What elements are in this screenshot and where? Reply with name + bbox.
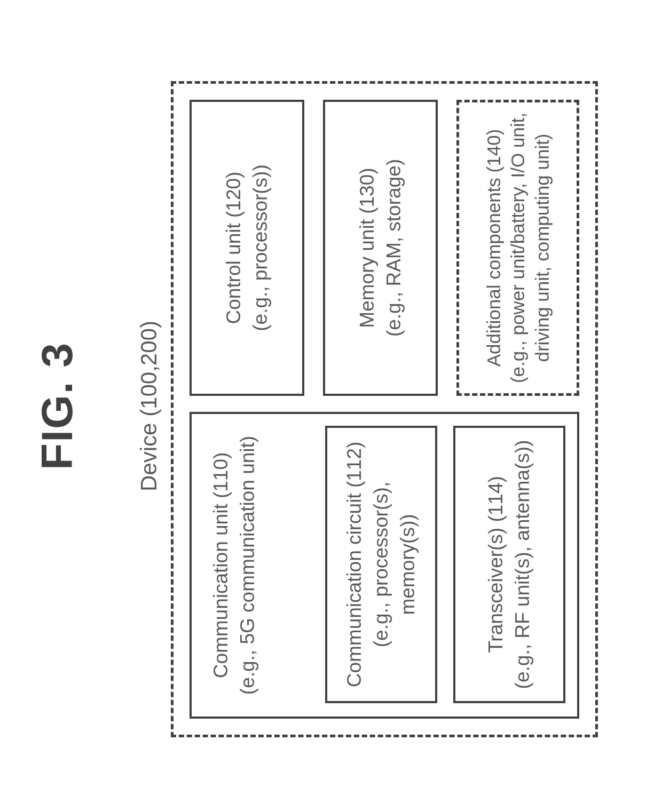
transceiver-box: Transceiver(s) (114) (e.g., RF unit(s), … <box>453 426 565 703</box>
diagram-canvas: FIG. 3 Device (100,200) Communication un… <box>0 0 662 812</box>
device-label: Device (100,200) <box>136 0 162 812</box>
comm-circuit-line1: Communication circuit (112) <box>343 442 365 688</box>
communication-circuit-box: Communication circuit (112) (e.g., proce… <box>325 426 437 703</box>
communication-unit-label: Communication unit (110) (e.g., 5G commu… <box>208 414 261 717</box>
transceiver-label: Transceiver(s) (114) (e.g., RF unit(s), … <box>483 440 536 689</box>
additional-line3: driving unit, computing unit) <box>532 134 553 362</box>
comm-unit-line1: Communication unit (110) <box>210 452 232 679</box>
control-unit-line2: (e.g., processor(s)) <box>249 164 271 331</box>
communication-unit-box: Communication unit (110) (e.g., 5G commu… <box>190 412 579 719</box>
memory-unit-label: Memory unit (130) (e.g., RAM, storage) <box>354 159 407 337</box>
additional-components-box: Additional components (140) (e.g., power… <box>456 100 579 396</box>
comm-circuit-line2: (e.g., processor(s), memory(s)) <box>370 482 419 647</box>
control-unit-label: Control unit (120) (e.g., processor(s)) <box>220 164 274 331</box>
control-unit-box: Control unit (120) (e.g., processor(s)) <box>190 100 304 396</box>
memory-unit-line2: (e.g., RAM, storage) <box>383 159 405 337</box>
comm-unit-line2: (e.g., 5G communication unit) <box>237 436 258 695</box>
communication-circuit-label: Communication circuit (112) (e.g., proce… <box>341 433 421 696</box>
memory-unit-box: Memory unit (130) (e.g., RAM, storage) <box>323 100 438 396</box>
additional-line1: Additional components (140) <box>483 129 504 367</box>
transceiver-line2: (e.g., RF unit(s), antenna(s)) <box>511 440 533 689</box>
figure-title: FIG. 3 <box>32 0 82 812</box>
device-box: Communication unit (110) (e.g., 5G commu… <box>171 81 598 737</box>
control-unit-line1: Control unit (120) <box>223 172 245 324</box>
additional-components-label: Additional components (140) (e.g., power… <box>482 113 555 383</box>
rotated-content: FIG. 3 Device (100,200) Communication un… <box>0 0 662 812</box>
memory-unit-line1: Memory unit (130) <box>356 168 378 328</box>
additional-line2: (e.g., power unit/battery, I/O unit, <box>507 113 528 383</box>
transceiver-line1: Transceiver(s) (114) <box>485 476 507 653</box>
